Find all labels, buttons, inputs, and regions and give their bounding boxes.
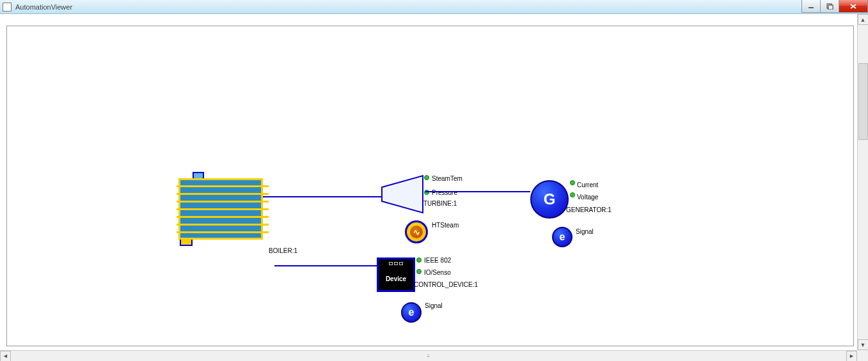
minimize-button[interactable] (801, 0, 821, 13)
signal-glyph-1: e (409, 307, 414, 318)
maximize-button[interactable] (820, 0, 839, 13)
steam-icon: ∿ (410, 226, 423, 238)
vertical-scrollbar[interactable]: ▲ ▼ (857, 14, 868, 350)
boiler-node[interactable] (178, 178, 263, 240)
vscroll-thumb[interactable] (858, 63, 868, 140)
turbine-label: TURBINE:1 (423, 200, 457, 207)
app-icon (3, 3, 12, 12)
scroll-down-button[interactable]: ▼ (858, 339, 869, 350)
title-bar: AutomationViewer (0, 0, 868, 14)
turbine-node[interactable] (381, 174, 424, 214)
signal-label-2: Signal (576, 228, 594, 235)
device-port-ieee-icon[interactable] (416, 257, 422, 263)
generator-port-voltage-label: Voltage (577, 194, 598, 201)
generator-node[interactable]: G (530, 180, 569, 219)
close-button[interactable] (839, 0, 868, 13)
generator-glyph: G (544, 190, 556, 208)
boiler-top-connector-icon (193, 172, 204, 178)
generator-label: GENERATOR:1 (566, 206, 612, 213)
htsteam-node[interactable]: ∿ (405, 220, 428, 243)
hscroll-track[interactable]: ≡ (11, 351, 846, 361)
horizontal-scrollbar[interactable]: ◄ ≡ ► (0, 350, 857, 361)
scroll-corner (857, 350, 868, 361)
workspace: BOILER:1 SteamTem Pressure TURBINE:1 ∿ H… (0, 14, 868, 361)
boiler-label: BOILER:1 (269, 247, 297, 254)
device-port-io-icon[interactable] (416, 269, 422, 274)
boiler-bottom-connector-icon (180, 240, 193, 246)
device-caption: Device (386, 275, 406, 282)
signal-node-2[interactable]: e (552, 227, 572, 247)
scroll-up-button[interactable]: ▲ (858, 14, 869, 25)
signal-node-1[interactable]: e (401, 302, 422, 323)
signal-label-1: Signal (425, 302, 443, 309)
wire-turbine-generator (425, 191, 530, 192)
wire-boiler-device (274, 265, 377, 266)
window-title: AutomationViewer (15, 3, 72, 11)
wire-boiler-turbine (263, 196, 382, 197)
svg-marker-5 (382, 176, 423, 213)
scroll-right-button[interactable]: ► (846, 351, 857, 362)
diagram-canvas[interactable]: BOILER:1 SteamTem Pressure TURBINE:1 ∿ H… (6, 26, 854, 346)
device-slots-icon (389, 262, 403, 265)
scroll-grip-icon: ≡ (427, 353, 430, 359)
device-label: CONTROL_DEVICE:1 (414, 281, 478, 288)
window-controls (802, 0, 868, 13)
signal-glyph-2: e (560, 231, 565, 243)
generator-port-current-icon[interactable] (570, 180, 575, 185)
scroll-left-button[interactable]: ◄ (0, 351, 11, 362)
turbine-port-pressure-label: Pressure (432, 189, 457, 196)
htsteam-label: HTSteam (432, 222, 459, 229)
generator-port-current-label: Current (577, 181, 598, 188)
vscroll-track[interactable] (858, 25, 868, 339)
control-device-node[interactable]: Device (377, 257, 415, 292)
turbine-port-steamtemp-icon[interactable] (424, 175, 429, 180)
generator-port-voltage-icon[interactable] (570, 192, 575, 197)
device-port-ieee-label: IEEE 802 (424, 257, 451, 264)
svg-rect-2 (828, 5, 833, 10)
device-port-io-label: IO/Senso (424, 269, 451, 276)
turbine-port-steamtemp-label: SteamTem (432, 175, 462, 182)
